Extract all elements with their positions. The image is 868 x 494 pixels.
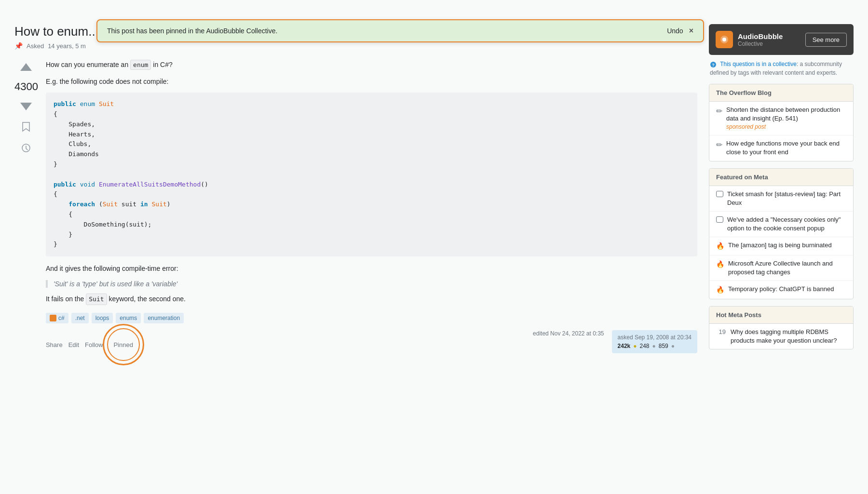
tag-loops[interactable]: loops [92,313,113,323]
meta-item-2-text: The [amazon] tag is being burninated [728,241,846,250]
post-body: How can you enumerate an enum in C#? E.g… [46,59,697,359]
edited-info: edited Nov 24, 2022 at 0:35 [533,330,604,337]
body-line3: And it gives the following compile-time … [46,263,697,274]
chat-icon-1 [716,216,723,223]
edit-link[interactable]: Edit [68,341,79,348]
code-block-1: public enum Suit { Spades, Hearts, Clubs… [46,93,697,256]
meta-item-1[interactable]: We've added a "Necessary cookies only" o… [709,212,853,237]
collective-card: AudioBubble Collective See more [709,24,854,55]
fire-icon-2: 🔥 [716,241,724,251]
silver-badge: ● [652,343,656,349]
collective-logo [716,31,733,48]
chat-icon-0 [716,191,723,197]
meta-item-4[interactable]: 🔥 Temporary policy: ChatGPT is banned [709,281,853,299]
collective-info: AudioBubble Collective [738,32,800,47]
toast-wrapper: This post has been pinned in the AudioBu… [96,19,704,42]
body-line2: E.g. the following code does not compile… [46,76,697,87]
post-layout: 4300 [14,59,697,359]
blog-item-1-text: How edge functions move your back end cl… [726,139,846,157]
vote-count: 4300 [14,80,38,93]
csharp-tag-icon [50,315,56,321]
question-meta: 📌 Asked 14 years, 5 m [14,42,697,50]
body-line1: How can you enumerate an enum in C#? [46,59,697,70]
meta-item-0[interactable]: Ticket smash for [status-review] tag: Pa… [709,186,853,212]
meta-item-1-text: We've added a "Necessary cookies only" o… [727,215,846,233]
post-actions: Share Edit Follow Pinned [46,330,138,359]
meta-item-4-text: Temporary policy: ChatGPT is banned [728,285,846,294]
pencil-icon-0: ✏ [716,106,722,117]
collective-note: ? This question is in a collective: a su… [709,60,854,77]
body-line4: It fails on the Suit keyword, the second… [46,294,697,306]
pinned-link[interactable]: Pinned [109,330,138,359]
gold-badge: ● [633,343,637,349]
hot-meta-text-0: Why does tagging multiple RDBMS products… [731,328,846,345]
vote-down-button[interactable] [17,97,35,114]
toast-notification: This post has been pinned in the AudioBu… [96,19,704,42]
overflow-blog-section: The Overflow Blog ✏ Shorten the distance… [709,84,854,161]
history-icon[interactable] [17,139,35,157]
pencil-icon-1: ✏ [716,140,722,150]
hot-meta-item-0[interactable]: 19 Why does tagging multiple RDBMS produ… [709,324,853,349]
vote-column: 4300 [14,59,38,359]
tag-dotnet[interactable]: .net [71,313,89,323]
hot-meta-header: Hot Meta Posts [709,307,853,324]
user-stats: 242k ● 248 ● 859 ● [618,343,692,349]
meta-item-2[interactable]: 🔥 The [amazon] tag is being burninated [709,237,853,255]
asked-card-label: asked Sep 19, 2008 at 20:34 [618,334,692,341]
collective-link[interactable]: This question is in a collective [720,61,797,67]
follow-link[interactable]: Follow [85,341,103,348]
see-more-button[interactable]: See more [805,33,847,47]
toast-close-button[interactable]: × [689,27,693,35]
inline-enum-code: enum [130,60,151,70]
blog-item-0[interactable]: ✏ Shorten the distance between productio… [709,102,853,135]
question-area: How to enum... 📌 Asked 14 years, 5 m 430… [14,24,697,359]
svg-text:?: ? [712,63,715,67]
bookmark-icon[interactable] [17,118,35,135]
fire-icon-3: 🔥 [716,260,724,269]
collective-name: AudioBubble [738,32,800,40]
error-blockquote: 'Suit' is a 'type' but is used like a 'v… [46,280,697,288]
meta-item-3[interactable]: 🔥 Microsoft Azure Collective launch and … [709,255,853,281]
overflow-blog-header: The Overflow Blog [709,84,853,102]
toast-actions: Undo × [667,27,693,35]
tag-csharp[interactable]: c# [46,313,68,323]
post-footer: Share Edit Follow Pinned edited Nov 24, … [46,330,697,359]
fire-icon-4: 🔥 [716,285,724,295]
tag-enumeration[interactable]: enumeration [144,313,184,323]
tags-container: c# .net loops enums enumeration [46,313,697,323]
featured-meta-header: Featured on Meta [709,169,853,186]
page-wrapper: This post has been pinned in the AudioBu… [0,0,868,369]
asked-card: asked Sep 19, 2008 at 20:34 242k ● 248 ●… [612,330,697,353]
toast-message: This post has been pinned in the AudioBu… [107,27,277,35]
share-link[interactable]: Share [46,341,63,348]
meta-item-0-text: Ticket smash for [status-review] tag: Pa… [727,190,846,207]
collective-sub: Collective [738,40,800,47]
inline-suit-code: Suit [86,294,107,306]
hot-meta-count-0: 19 [716,328,726,336]
main-layout: How to enum... 📌 Asked 14 years, 5 m 430… [14,24,854,359]
blog-item-1[interactable]: ✏ How edge functions move your back end … [709,135,853,160]
pin-icon: 📌 [14,42,23,50]
vote-up-button[interactable] [17,59,35,77]
collective-note-text: This question is in a collective: a subc… [710,61,842,76]
hot-meta-section: Hot Meta Posts 19 Why does tagging multi… [709,306,854,349]
asked-label: Asked [27,42,44,50]
svg-point-2 [722,38,726,41]
blog-item-0-text: Shorten the distance between production … [726,106,846,131]
gold-count: 248 [639,343,649,349]
silver-count: 859 [659,343,668,349]
post-meta-cards: edited Nov 24, 2022 at 0:35 asked Sep 19… [533,330,697,353]
meta-item-3-text: Microsoft Azure Collective launch and pr… [728,259,846,277]
sidebar: AudioBubble Collective See more ? This q… [709,24,854,359]
toast-undo-button[interactable]: Undo [667,27,683,35]
tag-enums[interactable]: enums [116,313,141,323]
asked-time: 14 years, 5 m [48,42,86,50]
featured-meta-section: Featured on Meta Ticket smash for [statu… [709,168,854,299]
user-rep: 242k [618,343,631,349]
